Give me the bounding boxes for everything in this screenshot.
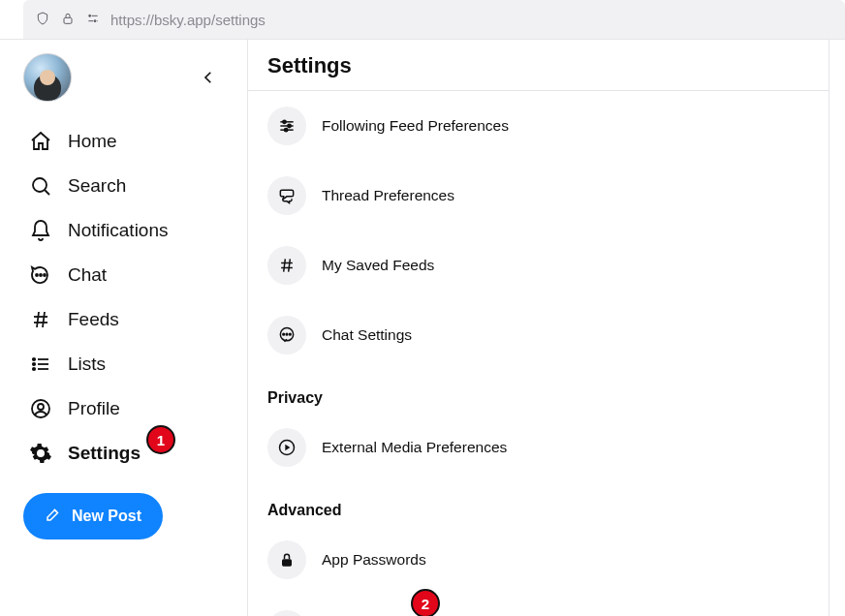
- settings-item-saved-feeds[interactable]: My Saved Feeds: [248, 231, 829, 300]
- page-title: Settings: [267, 53, 809, 78]
- svg-point-36: [286, 333, 288, 335]
- play-circle-icon: [267, 428, 306, 467]
- svg-line-13: [37, 312, 39, 327]
- svg-line-32: [284, 259, 286, 271]
- svg-point-37: [290, 333, 292, 335]
- bell-icon: [29, 219, 52, 242]
- main-pane: Settings Following Feed Preferences Thre…: [248, 40, 829, 616]
- svg-point-23: [38, 450, 44, 456]
- svg-point-22: [38, 404, 44, 410]
- settings-item-label: External Media Preferences: [322, 439, 507, 456]
- svg-point-3: [94, 19, 96, 21]
- settings-item-external-media[interactable]: External Media Preferences: [248, 413, 829, 482]
- hash-icon: [29, 308, 52, 331]
- sidebar-item-label: Chat: [68, 264, 107, 286]
- sidebar-item-label: Feeds: [68, 309, 119, 330]
- at-icon: [267, 610, 306, 616]
- section-title-privacy: Privacy: [248, 370, 829, 413]
- svg-point-1: [89, 15, 91, 16]
- new-post-label: New Post: [72, 508, 141, 525]
- sidebar-item-label: Lists: [68, 354, 106, 375]
- settings-item-label: App Passwords: [322, 551, 426, 569]
- sidebar-item-label: Profile: [68, 398, 120, 419]
- nav-list: Home Search Notifications Chat: [23, 119, 235, 476]
- sidebar-item-notifications[interactable]: Notifications: [23, 208, 235, 253]
- list-icon: [29, 353, 52, 376]
- avatar[interactable]: [23, 53, 72, 102]
- profile-icon: [29, 397, 52, 420]
- shield-icon: [35, 11, 50, 29]
- home-icon: [29, 130, 52, 153]
- settings-item-app-passwords[interactable]: App Passwords: [248, 525, 829, 595]
- sidebar-item-label: Settings: [68, 443, 141, 464]
- settings-item-label: My Saved Feeds: [322, 257, 434, 274]
- settings-group-general: Following Feed Preferences Thread Prefer…: [248, 91, 829, 370]
- sidebar-item-lists[interactable]: Lists: [23, 342, 235, 386]
- svg-point-10: [44, 274, 46, 276]
- svg-point-6: [33, 178, 47, 192]
- sidebar-item-chat[interactable]: Chat: [23, 253, 235, 297]
- settings-item-change-handle[interactable]: Change Handle 2: [248, 595, 829, 616]
- settings-item-label: Chat Settings: [322, 326, 412, 344]
- settings-item-chat-settings[interactable]: Chat Settings: [248, 300, 829, 370]
- collapse-sidebar-button[interactable]: [197, 66, 220, 89]
- svg-point-25: [283, 120, 286, 123]
- sidebar-item-home[interactable]: Home: [23, 119, 235, 164]
- main-header: Settings: [248, 40, 829, 91]
- sliders-icon: [267, 107, 306, 145]
- sidebar-item-profile[interactable]: Profile: [23, 386, 235, 431]
- settings-item-following-feed[interactable]: Following Feed Preferences: [248, 91, 829, 161]
- url-text[interactable]: https://bsky.app/settings: [110, 12, 833, 28]
- browser-url-bar[interactable]: https://bsky.app/settings: [23, 0, 845, 39]
- svg-line-14: [43, 312, 45, 327]
- svg-point-15: [33, 358, 35, 360]
- svg-point-9: [40, 274, 42, 276]
- sidebar-item-feeds[interactable]: Feeds: [23, 297, 235, 342]
- svg-point-19: [33, 368, 35, 370]
- sidebar-item-settings[interactable]: Settings 1: [23, 431, 235, 476]
- hash-icon: [267, 246, 306, 285]
- sidebar: Home Search Notifications Chat: [0, 40, 248, 616]
- svg-line-7: [45, 190, 49, 195]
- sidebar-item-label: Home: [68, 131, 117, 152]
- sidebar-item-label: Search: [68, 175, 126, 197]
- svg-line-33: [289, 259, 291, 271]
- chat-icon: [267, 316, 306, 354]
- annotation-badge-1: 1: [146, 425, 175, 454]
- settings-item-thread-prefs[interactable]: Thread Preferences: [248, 161, 829, 231]
- svg-point-8: [36, 274, 38, 276]
- lock-icon: [267, 540, 306, 579]
- search-icon: [29, 174, 52, 198]
- new-post-button[interactable]: New Post: [23, 493, 163, 539]
- app-frame: Home Search Notifications Chat: [0, 39, 845, 616]
- compose-icon: [45, 506, 62, 527]
- svg-point-29: [285, 129, 288, 132]
- svg-rect-0: [64, 17, 72, 23]
- lock-icon: [60, 11, 76, 29]
- annotation-badge-2: 2: [411, 589, 440, 616]
- section-title-advanced: Advanced: [248, 482, 829, 525]
- settings-group-privacy: External Media Preferences: [248, 413, 829, 482]
- settings-item-label: Thread Preferences: [322, 187, 454, 204]
- sidebar-item-label: Notifications: [68, 220, 169, 241]
- sidebar-header: [23, 53, 235, 102]
- svg-point-35: [283, 333, 285, 335]
- svg-point-27: [288, 124, 291, 127]
- permissions-icon: [85, 11, 101, 29]
- thread-icon: [267, 176, 306, 215]
- svg-marker-39: [285, 445, 290, 451]
- sidebar-item-search[interactable]: Search: [23, 164, 235, 208]
- svg-point-17: [33, 363, 35, 365]
- svg-rect-40: [282, 559, 292, 567]
- settings-group-advanced: App Passwords Change Handle 2: [248, 525, 829, 616]
- settings-item-label: Following Feed Preferences: [322, 117, 509, 135]
- chevron-left-icon: [200, 69, 217, 86]
- chat-icon: [29, 263, 52, 287]
- gear-icon: [29, 442, 52, 465]
